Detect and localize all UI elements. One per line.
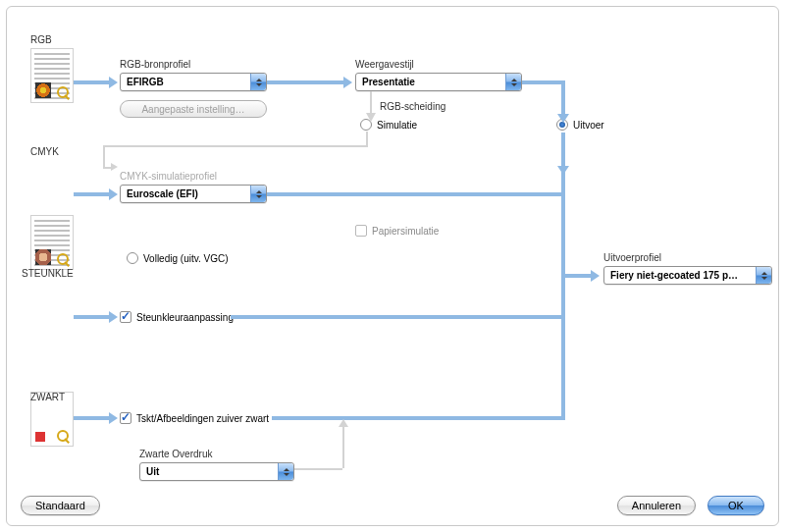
rgb-profile-value: EFIRGB	[127, 77, 164, 87]
chevron-updown-icon	[250, 186, 266, 202]
rgb-source-label: RGB-bronprofiel	[120, 59, 190, 70]
standard-button-label: Standaard	[35, 500, 85, 511]
rgb-profile-dropdown[interactable]: EFIRGB	[120, 73, 267, 91]
simulation-radio-label: Simulatie	[377, 120, 417, 131]
section-cmyk-label: CMYK	[30, 146, 59, 157]
cmyk-profile-dropdown[interactable]: Euroscale (EFI)	[120, 185, 267, 203]
cancel-button-label: Annuleren	[632, 500, 681, 511]
output-profile-dropdown[interactable]: Fiery niet-gecoated 175 p…	[603, 266, 772, 285]
pure-black-label: Tskt/Afbeeldingen zuiver zwart	[136, 413, 269, 424]
rgb-separation-label: RGB-scheiding	[380, 101, 445, 112]
chevron-updown-icon	[756, 267, 771, 284]
custom-setting-label: Aangepaste instelling…	[141, 104, 244, 115]
section-black-label: ZWART	[30, 392, 65, 402]
section-rgb-label: RGB	[30, 34, 52, 45]
paper-sim-label: Papiersimulatie	[372, 226, 439, 237]
black-overprint-value: Uit	[146, 466, 159, 477]
output-profile-value: Fiery niet-gecoated 175 p…	[610, 270, 738, 281]
output-radio-label: Uitvoer	[573, 120, 604, 131]
doc-icon-cmyk	[30, 215, 74, 270]
black-overprint-dropdown[interactable]: Uit	[139, 462, 294, 481]
spot-match-label: Steunkleuraanpassing	[136, 312, 234, 323]
custom-setting-button[interactable]: Aangepaste instelling…	[120, 100, 267, 118]
ok-button-label: OK	[728, 500, 744, 511]
paper-sim-check[interactable]: Papiersimulatie	[355, 225, 439, 237]
section-spot-label: STEUNKLE	[22, 268, 74, 279]
chevron-updown-icon	[250, 74, 266, 90]
cancel-button[interactable]: Annuleren	[617, 496, 696, 515]
rendering-dropdown[interactable]: Presentatie	[355, 73, 522, 91]
chevron-updown-icon	[278, 463, 293, 480]
full-vgc-label: Volledig (uitv. VGC)	[143, 253, 229, 264]
rendering-label: Weergavestijl	[355, 59, 414, 70]
ok-button[interactable]: OK	[707, 496, 764, 515]
doc-icon-rgb	[30, 48, 74, 103]
black-overprint-label: Zwarte Overdruk	[139, 449, 212, 459]
output-profile-label: Uitvoerprofiel	[603, 252, 661, 263]
chevron-updown-icon	[505, 74, 521, 90]
cmyk-profile-value: Euroscale (EFI)	[127, 188, 198, 199]
cmyk-sim-label: CMYK-simulatieprofiel	[120, 171, 217, 182]
full-vgc-radio[interactable]: Volledig (uitv. VGC)	[127, 252, 229, 264]
pure-black-check[interactable]: Tskt/Afbeeldingen zuiver zwart	[120, 412, 269, 424]
rendering-value: Presentatie	[362, 77, 415, 87]
spot-match-check[interactable]: Steunkleuraanpassing	[120, 311, 234, 323]
standard-button[interactable]: Standaard	[21, 496, 100, 515]
